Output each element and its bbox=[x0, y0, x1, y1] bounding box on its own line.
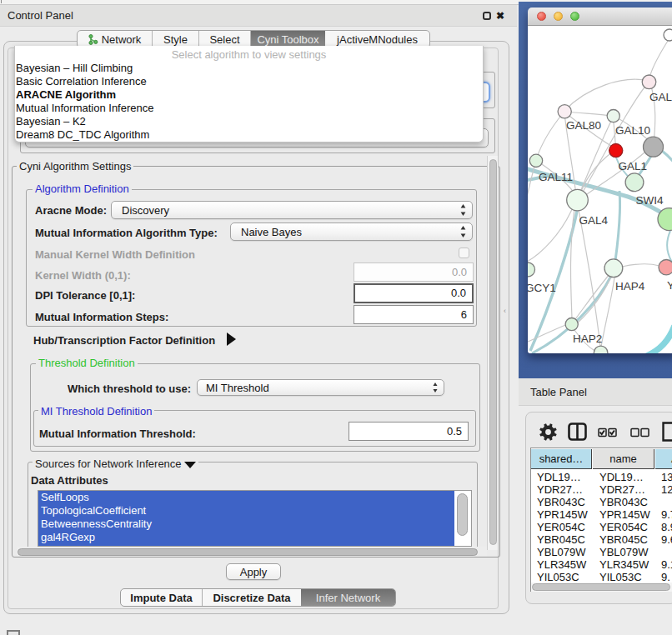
svg-text:GAL4: GAL4 bbox=[579, 214, 609, 227]
svg-text:HAP2: HAP2 bbox=[573, 332, 602, 345]
svg-text:GCY1: GCY1 bbox=[528, 282, 556, 294]
svg-text:GAL2: GAL2 bbox=[649, 91, 672, 103]
svg-text:YD: YD bbox=[667, 279, 672, 292]
svg-text:HAP4: HAP4 bbox=[615, 280, 645, 292]
svg-text:SWI4: SWI4 bbox=[636, 194, 664, 207]
svg-text:GAL1: GAL1 bbox=[619, 160, 648, 172]
svg-text:GAL11: GAL11 bbox=[539, 171, 573, 183]
svg-text:GAL10: GAL10 bbox=[615, 124, 650, 137]
svg-text:GAL80: GAL80 bbox=[566, 119, 601, 132]
